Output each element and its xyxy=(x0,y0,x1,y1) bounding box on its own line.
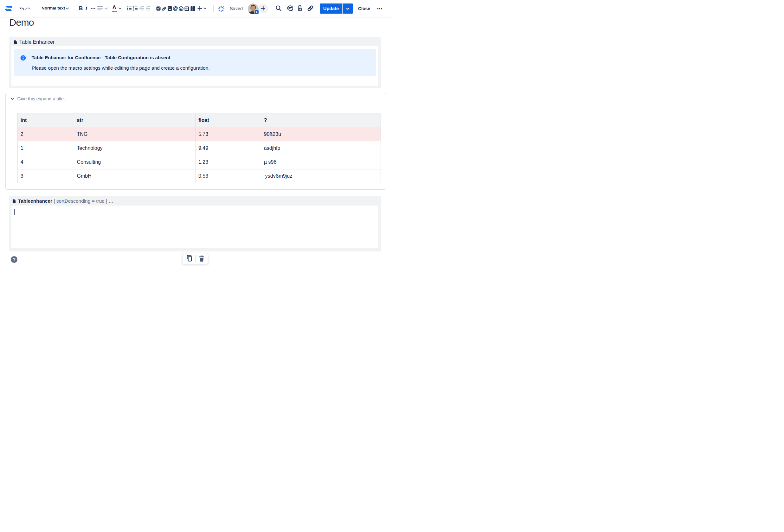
svg-text:3: 3 xyxy=(133,9,134,11)
